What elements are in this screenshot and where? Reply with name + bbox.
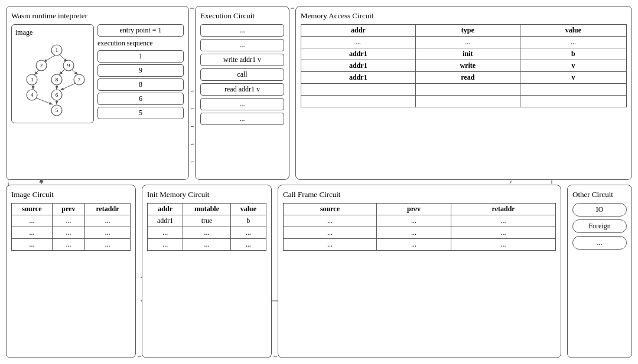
entry-point-box: entry point = 1 — [97, 24, 184, 37]
init-col-addr: addr — [148, 203, 183, 215]
table-row: addr1 write v — [301, 60, 627, 72]
table-row: ... ... ... — [12, 215, 131, 227]
node-7-label: 7 — [78, 77, 81, 83]
table-row: ... ... ... — [284, 227, 556, 238]
table-row: ... ... ... — [284, 238, 556, 250]
img-col-source: source — [12, 203, 53, 215]
table-row: addr1 read v — [301, 72, 627, 84]
image-circuit-title: Image Circuit — [11, 190, 131, 199]
mem-col-value: value — [520, 25, 626, 37]
other-circuit-foreign-button[interactable]: Foreign — [572, 219, 627, 233]
node-5-label: 5 — [56, 107, 58, 113]
wasm-image-subpanel: image — [11, 24, 94, 123]
cf-col-retaddr: retaddr — [451, 203, 556, 215]
exec-item-read: read addr1 v — [200, 83, 284, 96]
seq-item-8: 8 — [97, 78, 184, 91]
memory-access-panel: Memory Access Circuit addr type value ..… — [295, 6, 632, 180]
img-col-retaddr: retaddr — [84, 203, 130, 215]
memory-access-table: addr type value ... ... ... addr1 init b — [301, 24, 627, 107]
init-col-mutable: mutable — [183, 203, 230, 215]
init-memory-table: addr mutable value addr1 true b ... ... … — [147, 203, 266, 251]
node-2-label: 2 — [40, 63, 43, 68]
wasm-title: Wasm runtime intepreter — [11, 11, 184, 21]
seq-item-5: 5 — [97, 107, 184, 119]
image-circuit-panel: Image Circuit source prev retaddr ... ..… — [6, 185, 136, 359]
init-memory-title: Init Memory Circuit — [147, 190, 266, 199]
init-col-value: value — [230, 203, 266, 215]
mem-col-type: type — [415, 25, 520, 37]
image-circuit-table: source prev retaddr ... ... ... ... ... … — [11, 203, 131, 251]
node-9-label: 9 — [67, 63, 70, 68]
seq-item-1: 1 — [97, 50, 184, 63]
other-circuit-panel: Other Circuit IO Foreign ... — [567, 185, 632, 359]
wasm-panel: Wasm runtime intepreter image — [6, 6, 189, 180]
exec-item-call: call — [200, 68, 284, 81]
cf-col-prev: prev — [376, 203, 451, 215]
table-row: ... ... ... — [12, 227, 131, 238]
node-1-label: 1 — [56, 47, 58, 53]
exec-item-0: ... — [200, 24, 284, 37]
table-row: ... ... ... — [301, 37, 627, 48]
call-frame-table: source prev retaddr ... ... ... ... ... … — [283, 203, 556, 251]
cf-col-source: source — [284, 203, 377, 215]
graph-svg: 1 2 9 3 8 — [15, 40, 91, 119]
table-row: addr1 true b — [148, 215, 266, 227]
call-frame-panel: Call Frame Circuit source prev retaddr .… — [278, 185, 561, 359]
node-4-label: 4 — [31, 92, 34, 98]
table-row: ... ... ... — [148, 238, 266, 250]
image-label: image — [15, 28, 90, 37]
table-row: ... ... ... — [284, 215, 556, 227]
exec-item-1: ... — [200, 39, 284, 51]
other-circuit-title: Other Circuit — [572, 190, 627, 199]
exec-item-5: ... — [200, 98, 284, 110]
other-circuit-io-button[interactable]: IO — [572, 203, 627, 217]
img-col-prev: prev — [52, 203, 84, 215]
call-frame-title: Call Frame Circuit — [283, 190, 556, 199]
table-row: ... ... ... — [12, 238, 131, 250]
seq-item-9: 9 — [97, 64, 184, 77]
node-3-label: 3 — [31, 77, 34, 83]
seq-item-6: 6 — [97, 93, 184, 105]
execution-circuit-panel: Execution Circuit ... ... write addr1 v … — [195, 6, 289, 180]
other-circuit-more-button[interactable]: ... — [572, 236, 627, 250]
svg-line-24 — [34, 97, 53, 104]
exec-circuit-title: Execution Circuit — [200, 11, 284, 21]
exec-seq-subpanel: entry point = 1 execution sequence 1 9 8… — [97, 24, 184, 123]
node-8-label: 8 — [56, 77, 58, 83]
exec-item-write: write addr1 v — [200, 54, 284, 66]
table-row: ... ... ... — [148, 227, 266, 238]
table-row — [301, 96, 627, 107]
exec-item-6: ... — [200, 113, 284, 125]
mem-col-addr: addr — [301, 25, 416, 37]
exec-seq-label: execution sequence — [97, 39, 184, 48]
node-6-label: 6 — [56, 92, 58, 98]
init-memory-panel: Init Memory Circuit addr mutable value a… — [142, 185, 272, 359]
table-row: addr1 init b — [301, 48, 627, 60]
memory-access-title: Memory Access Circuit — [301, 11, 627, 21]
table-row — [301, 84, 627, 96]
svg-line-23 — [60, 83, 77, 90]
